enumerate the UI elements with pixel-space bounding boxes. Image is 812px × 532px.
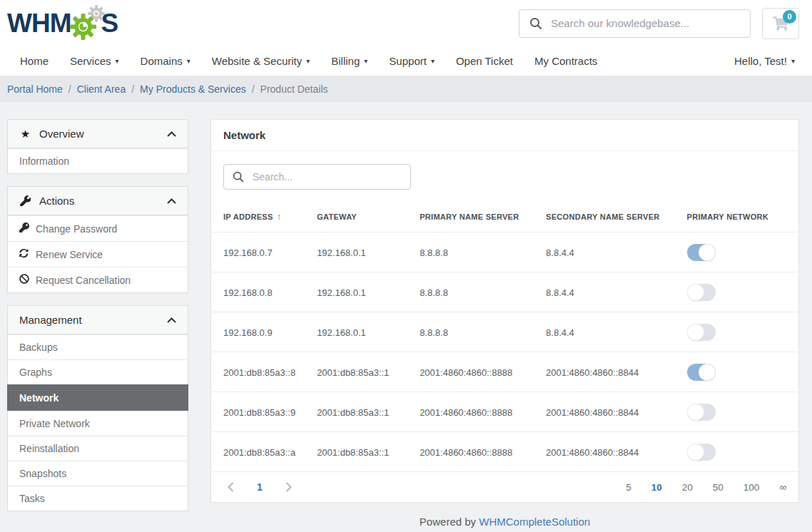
sidebar: ★ Overview Information Actions [7,119,188,523]
powered-by-text: Powered by [420,516,476,528]
star-icon: ★ [19,128,31,140]
chevron-up-icon [167,131,176,137]
primary-network-toggle[interactable] [687,244,716,261]
network-card: Network IP ADDRESS↑ [210,119,799,503]
knowledgebase-search [519,9,751,38]
overview-panel: ★ Overview Information [7,119,188,174]
secondary-ns-cell: 2001:4860:4860::8844 [546,352,687,392]
column-header-primary-network[interactable]: PRIMARY NETWORK [687,200,798,232]
prev-page-button[interactable] [223,482,238,492]
table-row: 2001:db8:85a3::a 2001:db8:85a3::1 2001:4… [211,432,798,472]
sidebar-item-network[interactable]: Network [7,384,188,411]
sidebar-item-renew-service[interactable]: Renew Service [8,241,188,267]
nav-item-support[interactable]: Support▾ [389,55,435,67]
primary-network-toggle[interactable] [687,324,716,341]
cart-button[interactable]: 0 [762,8,799,39]
ip-address-cell: 2001:db8:85a3::9 [211,392,317,432]
whmcs-logo[interactable]: WHM [7,6,118,41]
key-icon [19,222,29,235]
content-area: ★ Overview Information Actions [0,102,812,532]
caret-down-icon: ▾ [364,58,367,65]
breadcrumb-separator: / [252,83,255,95]
main-column: Network IP ADDRESS↑ [210,119,799,532]
primary-ns-cell: 2001:4860:4860::8888 [420,352,546,392]
primary-network-toggle[interactable] [687,284,716,301]
sidebar-item-change-password[interactable]: Change Password [8,215,188,241]
nav-item-website-security[interactable]: Website & Security▾ [212,55,310,67]
gear-icon [70,14,96,40]
nav-item-domains[interactable]: Domains▾ [141,55,191,67]
caret-down-icon: ▾ [187,58,191,65]
page-size-20[interactable]: 20 [682,482,693,493]
sidebar-item-snapshots[interactable]: Snapshots [8,461,188,486]
page-size-50[interactable]: 50 [713,482,724,493]
ip-address-cell: 2001:db8:85a3::8 [211,352,317,392]
column-header-primary-name-server[interactable]: PRIMARY NAME SERVER [420,200,546,232]
secondary-ns-cell: 2001:4860:4860::8844 [546,432,687,472]
primary-ns-cell: 2001:4860:4860::8888 [420,392,546,432]
page-size-options: 5 10 20 50 100 ∞ [626,482,786,493]
sidebar-item-request-cancellation[interactable]: Request Cancellation [8,267,188,292]
breadcrumb-current: Product Details [260,83,328,95]
next-page-button[interactable] [281,482,296,492]
breadcrumb-my-products[interactable]: My Products & Services [140,83,246,95]
search-icon [232,170,245,183]
page-size-100[interactable]: 100 [744,482,760,493]
sidebar-item-information[interactable]: Information [8,148,188,173]
sidebar-item-graphs[interactable]: Graphs [8,359,188,384]
column-header-gateway[interactable]: GATEWAY [317,200,420,232]
logo-text-whm: WHM [7,10,71,36]
overview-panel-header[interactable]: ★ Overview [8,120,188,148]
table-row: 192.168.0.9 192.168.0.1 8.8.8.8 8.8.4.4 [211,312,798,352]
breadcrumb-client-area[interactable]: Client Area [77,83,126,95]
pagination: 1 5 10 20 50 100 ∞ [211,471,798,502]
sidebar-item-tasks[interactable]: Tasks [8,486,188,511]
ip-address-cell: 192.168.0.7 [211,232,317,272]
nav-item-my-contracts[interactable]: My Contracts [534,55,597,67]
panel-title: Management [19,314,82,326]
page-size-all[interactable]: ∞ [779,482,786,493]
nav-item-home[interactable]: Home [20,55,49,67]
nav-item-open-ticket[interactable]: Open Ticket [456,55,513,67]
actions-panel-header[interactable]: Actions [8,187,188,215]
top-header: WHM [0,0,812,46]
primary-ns-cell: 8.8.8.8 [420,232,546,272]
breadcrumb: Portal Home / Client Area / My Products … [0,76,812,102]
table-row: 2001:db8:85a3::9 2001:db8:85a3::1 2001:4… [211,392,798,432]
table-search-input[interactable] [223,164,411,190]
gateway-cell: 2001:db8:85a3::1 [317,352,420,392]
secondary-ns-cell: 8.8.4.4 [546,232,687,272]
page-size-5[interactable]: 5 [626,482,631,493]
chevron-right-icon [285,482,292,492]
primary-network-toggle[interactable] [687,444,716,461]
gateway-cell: 192.168.0.1 [317,232,420,272]
sidebar-item-private-network[interactable]: Private Network [8,411,188,436]
column-header-secondary-name-server[interactable]: SECONDARY NAME SERVER [546,200,687,232]
primary-ns-cell: 2001:4860:4860::8888 [420,432,546,472]
nav-item-services[interactable]: Services▾ [70,55,119,67]
card-title: Network [211,120,798,151]
knowledgebase-search-input[interactable] [519,9,751,38]
primary-network-toggle[interactable] [687,404,716,421]
sidebar-item-backups[interactable]: Backups [8,334,188,359]
ip-address-cell: 192.168.0.8 [211,272,317,312]
nav-item-billing[interactable]: Billing▾ [331,55,367,67]
breadcrumb-portal-home[interactable]: Portal Home [7,83,63,95]
secondary-ns-cell: 8.8.4.4 [546,312,687,352]
management-panel: Management Backups Graphs Network Privat… [7,305,188,511]
management-panel-header[interactable]: Management [8,306,188,334]
page-size-10[interactable]: 10 [651,482,662,493]
user-menu[interactable]: Hello, Test!▾ [734,55,795,67]
gateway-cell: 2001:db8:85a3::1 [317,432,420,472]
gateway-cell: 192.168.0.1 [317,272,420,312]
footer: Powered by WHMCompleteSolution [210,503,799,532]
caret-down-icon: ▾ [306,58,310,65]
column-header-ip-address[interactable]: IP ADDRESS↑ [211,200,317,232]
search-icon [529,16,543,31]
whmcompletesolution-link[interactable]: WHMCompleteSolution [479,516,590,528]
primary-network-toggle[interactable] [687,364,716,381]
sidebar-item-reinstallation[interactable]: Reinstallation [8,436,188,461]
actions-panel: Actions Change Password Renew Service [7,186,188,293]
page-number[interactable]: 1 [257,481,263,493]
primary-ns-cell: 8.8.8.8 [420,312,546,352]
